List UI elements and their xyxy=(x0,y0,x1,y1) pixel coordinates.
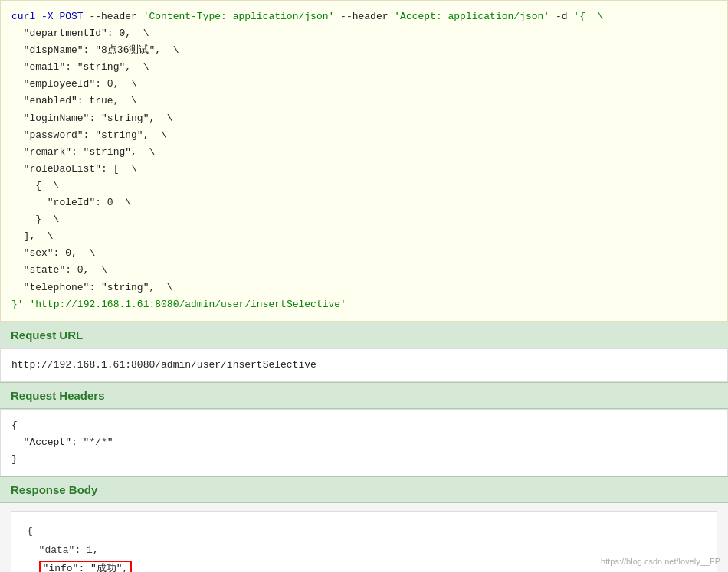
curl-section: curl -X POST --header 'Content-Type: app… xyxy=(0,0,728,322)
curl-content: curl -X POST --header 'Content-Type: app… xyxy=(11,8,717,313)
response-line-open: { xyxy=(27,522,701,541)
request-headers-content: { "Accept": "*/*" } xyxy=(0,409,728,476)
request-url-value: http://192.168.1.61:8080/admin/user/inse… xyxy=(11,359,316,371)
response-line-data: "data": 1, xyxy=(27,541,701,561)
request-headers-body: { "Accept": "*/*" } xyxy=(11,417,717,468)
info-highlighted: "info": "成功", xyxy=(39,561,133,572)
request-url-header: Request URL xyxy=(0,322,728,348)
watermark: https://blog.csdn.net/lovely__FP xyxy=(601,557,720,566)
response-body-header: Response Body xyxy=(0,476,728,503)
request-url-content: http://192.168.1.61:8080/admin/user/inse… xyxy=(0,348,728,382)
request-headers-header: Request Headers xyxy=(0,382,728,409)
response-line-info: "info": "成功", xyxy=(27,560,701,572)
